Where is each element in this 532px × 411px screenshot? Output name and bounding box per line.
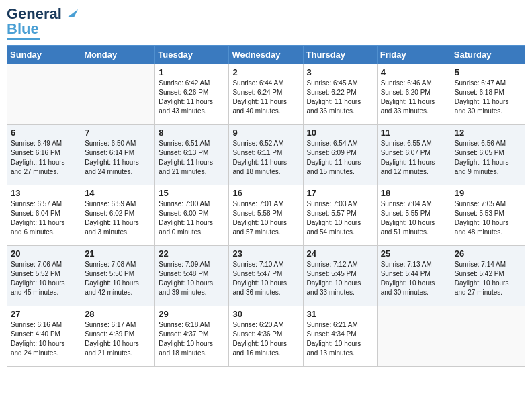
calendar-cell: 23Sunrise: 7:10 AM Sunset: 5:47 PM Dayli… <box>229 246 303 306</box>
column-header-saturday: Saturday <box>451 46 525 64</box>
week-row-5: 27Sunrise: 6:16 AM Sunset: 4:40 PM Dayli… <box>7 306 525 367</box>
calendar-cell: 26Sunrise: 7:14 AM Sunset: 5:42 PM Dayli… <box>451 246 525 306</box>
calendar-cell: 8Sunrise: 6:51 AM Sunset: 6:13 PM Daylig… <box>155 125 229 185</box>
day-info: Sunrise: 7:06 AM Sunset: 5:52 PM Dayligh… <box>11 260 77 298</box>
calendar-cell: 5Sunrise: 6:47 AM Sunset: 6:18 PM Daylig… <box>451 64 525 125</box>
day-number: 8 <box>159 128 225 138</box>
calendar-cell <box>81 64 155 125</box>
day-number: 2 <box>232 67 299 77</box>
calendar-cell: 11Sunrise: 6:55 AM Sunset: 6:07 PM Dayli… <box>377 125 451 185</box>
day-info: Sunrise: 6:49 AM Sunset: 6:16 PM Dayligh… <box>11 139 77 177</box>
day-info: Sunrise: 6:18 AM Sunset: 4:37 PM Dayligh… <box>159 320 225 358</box>
calendar-cell: 18Sunrise: 7:04 AM Sunset: 5:55 PM Dayli… <box>377 185 451 246</box>
column-header-thursday: Thursday <box>303 46 377 64</box>
day-info: Sunrise: 6:21 AM Sunset: 4:34 PM Dayligh… <box>307 320 373 358</box>
day-number: 26 <box>455 248 521 259</box>
day-number: 27 <box>11 309 77 319</box>
calendar-cell: 14Sunrise: 6:59 AM Sunset: 6:02 PM Dayli… <box>81 185 155 246</box>
day-number: 11 <box>381 128 447 138</box>
calendar-cell <box>451 306 525 367</box>
day-number: 14 <box>85 188 151 198</box>
svg-marker-0 <box>67 9 78 17</box>
day-info: Sunrise: 6:45 AM Sunset: 6:22 PM Dayligh… <box>307 79 373 116</box>
calendar-cell: 10Sunrise: 6:54 AM Sunset: 6:09 PM Dayli… <box>303 125 377 185</box>
day-info: Sunrise: 7:12 AM Sunset: 5:45 PM Dayligh… <box>307 260 373 298</box>
day-info: Sunrise: 7:13 AM Sunset: 5:44 PM Dayligh… <box>381 260 447 298</box>
day-number: 19 <box>455 188 521 198</box>
calendar-table: SundayMondayTuesdayWednesdayThursdayFrid… <box>7 45 525 367</box>
day-number: 15 <box>159 188 225 198</box>
calendar-cell: 24Sunrise: 7:12 AM Sunset: 5:45 PM Dayli… <box>303 246 377 306</box>
week-row-2: 6Sunrise: 6:49 AM Sunset: 6:16 PM Daylig… <box>7 125 525 185</box>
day-number: 21 <box>85 248 151 259</box>
day-info: Sunrise: 6:54 AM Sunset: 6:09 PM Dayligh… <box>307 139 373 177</box>
calendar-cell: 16Sunrise: 7:01 AM Sunset: 5:58 PM Dayli… <box>229 185 303 246</box>
calendar-cell: 27Sunrise: 6:16 AM Sunset: 4:40 PM Dayli… <box>7 306 81 367</box>
logo-text-blue: Blue <box>7 21 39 36</box>
calendar-cell: 2Sunrise: 6:44 AM Sunset: 6:24 PM Daylig… <box>229 64 303 125</box>
day-number: 6 <box>11 128 77 138</box>
day-info: Sunrise: 7:03 AM Sunset: 5:57 PM Dayligh… <box>307 199 373 237</box>
calendar-cell: 12Sunrise: 6:56 AM Sunset: 6:05 PM Dayli… <box>451 125 525 185</box>
day-number: 13 <box>11 188 77 198</box>
calendar-cell: 25Sunrise: 7:13 AM Sunset: 5:44 PM Dayli… <box>377 246 451 306</box>
day-number: 24 <box>307 248 373 259</box>
day-number: 9 <box>232 128 299 138</box>
calendar-cell: 28Sunrise: 6:17 AM Sunset: 4:39 PM Dayli… <box>81 306 155 367</box>
day-info: Sunrise: 6:17 AM Sunset: 4:39 PM Dayligh… <box>85 320 151 358</box>
calendar-cell: 31Sunrise: 6:21 AM Sunset: 4:34 PM Dayli… <box>303 306 377 367</box>
calendar-cell: 30Sunrise: 6:20 AM Sunset: 4:36 PM Dayli… <box>229 306 303 367</box>
day-info: Sunrise: 7:04 AM Sunset: 5:55 PM Dayligh… <box>381 199 447 237</box>
day-info: Sunrise: 6:57 AM Sunset: 6:04 PM Dayligh… <box>11 199 77 237</box>
calendar-cell: 4Sunrise: 6:46 AM Sunset: 6:20 PM Daylig… <box>377 64 451 125</box>
logo-text-general: General <box>7 7 62 21</box>
day-number: 4 <box>381 67 447 77</box>
day-info: Sunrise: 7:10 AM Sunset: 5:47 PM Dayligh… <box>232 260 299 298</box>
calendar-cell: 1Sunrise: 6:42 AM Sunset: 6:26 PM Daylig… <box>155 64 229 125</box>
day-number: 20 <box>11 248 77 259</box>
calendar-cell: 9Sunrise: 6:52 AM Sunset: 6:11 PM Daylig… <box>229 125 303 185</box>
day-info: Sunrise: 7:14 AM Sunset: 5:42 PM Dayligh… <box>455 260 521 298</box>
day-number: 10 <box>307 128 373 138</box>
day-info: Sunrise: 7:01 AM Sunset: 5:58 PM Dayligh… <box>232 199 299 237</box>
day-number: 25 <box>381 248 447 259</box>
logo-underline <box>7 38 40 40</box>
day-info: Sunrise: 6:51 AM Sunset: 6:13 PM Dayligh… <box>159 139 225 177</box>
day-info: Sunrise: 6:59 AM Sunset: 6:02 PM Dayligh… <box>85 199 151 237</box>
column-header-monday: Monday <box>81 46 155 64</box>
day-info: Sunrise: 6:42 AM Sunset: 6:26 PM Dayligh… <box>159 79 225 116</box>
column-header-friday: Friday <box>377 46 451 64</box>
day-info: Sunrise: 6:16 AM Sunset: 4:40 PM Dayligh… <box>11 320 77 358</box>
day-number: 29 <box>159 309 225 319</box>
day-number: 31 <box>307 309 373 319</box>
day-info: Sunrise: 6:55 AM Sunset: 6:07 PM Dayligh… <box>381 139 447 177</box>
day-number: 16 <box>232 188 299 198</box>
day-number: 30 <box>232 309 299 319</box>
day-number: 28 <box>85 309 151 319</box>
calendar-cell: 13Sunrise: 6:57 AM Sunset: 6:04 PM Dayli… <box>7 185 81 246</box>
day-info: Sunrise: 6:47 AM Sunset: 6:18 PM Dayligh… <box>455 79 521 116</box>
day-info: Sunrise: 6:44 AM Sunset: 6:24 PM Dayligh… <box>232 79 299 116</box>
calendar-cell: 3Sunrise: 6:45 AM Sunset: 6:22 PM Daylig… <box>303 64 377 125</box>
day-info: Sunrise: 6:50 AM Sunset: 6:14 PM Dayligh… <box>85 139 151 177</box>
day-info: Sunrise: 6:20 AM Sunset: 4:36 PM Dayligh… <box>232 320 299 358</box>
day-number: 5 <box>455 67 521 77</box>
day-number: 22 <box>159 248 225 259</box>
calendar-cell: 15Sunrise: 7:00 AM Sunset: 6:00 PM Dayli… <box>155 185 229 246</box>
calendar-cell: 21Sunrise: 7:08 AM Sunset: 5:50 PM Dayli… <box>81 246 155 306</box>
day-info: Sunrise: 7:09 AM Sunset: 5:48 PM Dayligh… <box>159 260 225 298</box>
week-row-3: 13Sunrise: 6:57 AM Sunset: 6:04 PM Dayli… <box>7 185 525 246</box>
column-header-sunday: Sunday <box>7 46 81 64</box>
calendar-cell: 22Sunrise: 7:09 AM Sunset: 5:48 PM Dayli… <box>155 246 229 306</box>
day-info: Sunrise: 7:00 AM Sunset: 6:00 PM Dayligh… <box>159 199 225 237</box>
calendar-cell: 20Sunrise: 7:06 AM Sunset: 5:52 PM Dayli… <box>7 246 81 306</box>
day-number: 18 <box>381 188 447 198</box>
calendar-cell: 7Sunrise: 6:50 AM Sunset: 6:14 PM Daylig… <box>81 125 155 185</box>
page-header: General Blue <box>7 7 525 40</box>
column-header-wednesday: Wednesday <box>229 46 303 64</box>
day-info: Sunrise: 6:46 AM Sunset: 6:20 PM Dayligh… <box>381 79 447 116</box>
day-number: 17 <box>307 188 373 198</box>
day-number: 23 <box>232 248 299 259</box>
day-number: 12 <box>455 128 521 138</box>
calendar-cell <box>377 306 451 367</box>
